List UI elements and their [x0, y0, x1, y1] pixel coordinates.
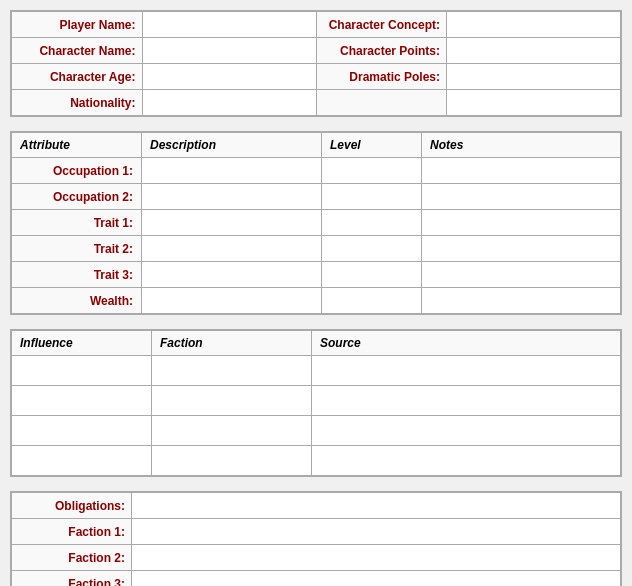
attr-table: Attribute Description Level Notes Occupa…: [11, 132, 621, 314]
attr-col-attribute: Attribute: [12, 133, 142, 158]
character-info-section: Player Name: Character Concept: Characte…: [10, 10, 622, 117]
influence1-source[interactable]: [312, 356, 621, 386]
influence4-source[interactable]: [312, 446, 621, 476]
player-name-value[interactable]: [142, 12, 316, 38]
faction1-row: Faction 1:: [12, 519, 621, 545]
influence1-influence[interactable]: [12, 356, 152, 386]
nationality-label: Nationality:: [12, 90, 143, 116]
info-empty-label: [316, 90, 447, 116]
attr-col-level: Level: [322, 133, 422, 158]
occupation1-label: Occupation 1:: [12, 158, 142, 184]
obligations-section: Obligations: Faction 1: Faction 2: Facti…: [10, 491, 622, 586]
trait3-label: Trait 3:: [12, 262, 142, 288]
character-concept-label: Character Concept:: [316, 12, 447, 38]
attr-row-occupation2: Occupation 2:: [12, 184, 621, 210]
influence4-influence[interactable]: [12, 446, 152, 476]
wealth-label: Wealth:: [12, 288, 142, 314]
trait3-desc[interactable]: [142, 262, 322, 288]
wealth-notes[interactable]: [422, 288, 621, 314]
obligations-label: Obligations:: [12, 493, 132, 519]
occupation1-desc[interactable]: [142, 158, 322, 184]
influence-row-4: [12, 446, 621, 476]
influence-section: Influence Faction Source: [10, 329, 622, 477]
faction3-row: Faction 3:: [12, 571, 621, 587]
attr-col-description: Description: [142, 133, 322, 158]
influence-col-influence: Influence: [12, 331, 152, 356]
info-row-4: Nationality:: [12, 90, 621, 116]
occupation2-desc[interactable]: [142, 184, 322, 210]
trait1-notes[interactable]: [422, 210, 621, 236]
player-name-label: Player Name:: [12, 12, 143, 38]
trait3-level[interactable]: [322, 262, 422, 288]
attr-header-row: Attribute Description Level Notes: [12, 133, 621, 158]
attr-col-notes: Notes: [422, 133, 621, 158]
influence-col-faction: Faction: [152, 331, 312, 356]
attr-row-trait3: Trait 3:: [12, 262, 621, 288]
influence-col-source: Source: [312, 331, 621, 356]
faction3-value[interactable]: [132, 571, 621, 587]
attr-row-occupation1: Occupation 1:: [12, 158, 621, 184]
faction1-label: Faction 1:: [12, 519, 132, 545]
nationality-value[interactable]: [142, 90, 316, 116]
influence1-faction[interactable]: [152, 356, 312, 386]
dramatic-poles-value[interactable]: [447, 64, 621, 90]
wealth-level[interactable]: [322, 288, 422, 314]
influence-header-row: Influence Faction Source: [12, 331, 621, 356]
info-row-3: Character Age: Dramatic Poles:: [12, 64, 621, 90]
influence2-influence[interactable]: [12, 386, 152, 416]
occupation2-notes[interactable]: [422, 184, 621, 210]
oblig-table: Obligations: Faction 1: Faction 2: Facti…: [11, 492, 621, 586]
info-row-1: Player Name: Character Concept:: [12, 12, 621, 38]
dramatic-poles-label: Dramatic Poles:: [316, 64, 447, 90]
info-row-2: Character Name: Character Points:: [12, 38, 621, 64]
attributes-section: Attribute Description Level Notes Occupa…: [10, 131, 622, 315]
occupation2-level[interactable]: [322, 184, 422, 210]
influence-row-3: [12, 416, 621, 446]
character-name-value[interactable]: [142, 38, 316, 64]
occupation1-level[interactable]: [322, 158, 422, 184]
info-empty-value: [447, 90, 621, 116]
character-age-value[interactable]: [142, 64, 316, 90]
attr-row-trait2: Trait 2:: [12, 236, 621, 262]
influence-table: Influence Faction Source: [11, 330, 621, 476]
influence-row-1: [12, 356, 621, 386]
info-table: Player Name: Character Concept: Characte…: [11, 11, 621, 116]
character-name-label: Character Name:: [12, 38, 143, 64]
faction2-label: Faction 2:: [12, 545, 132, 571]
influence3-faction[interactable]: [152, 416, 312, 446]
character-concept-value[interactable]: [447, 12, 621, 38]
character-points-label: Character Points:: [316, 38, 447, 64]
influence2-source[interactable]: [312, 386, 621, 416]
occupation2-label: Occupation 2:: [12, 184, 142, 210]
trait2-label: Trait 2:: [12, 236, 142, 262]
influence3-influence[interactable]: [12, 416, 152, 446]
trait1-desc[interactable]: [142, 210, 322, 236]
trait2-desc[interactable]: [142, 236, 322, 262]
trait1-level[interactable]: [322, 210, 422, 236]
attr-row-wealth: Wealth:: [12, 288, 621, 314]
influence-row-2: [12, 386, 621, 416]
faction2-row: Faction 2:: [12, 545, 621, 571]
trait2-level[interactable]: [322, 236, 422, 262]
obligations-row: Obligations:: [12, 493, 621, 519]
character-points-value[interactable]: [447, 38, 621, 64]
wealth-desc[interactable]: [142, 288, 322, 314]
trait3-notes[interactable]: [422, 262, 621, 288]
obligations-value[interactable]: [132, 493, 621, 519]
influence4-faction[interactable]: [152, 446, 312, 476]
attr-row-trait1: Trait 1:: [12, 210, 621, 236]
occupation1-notes[interactable]: [422, 158, 621, 184]
trait1-label: Trait 1:: [12, 210, 142, 236]
faction2-value[interactable]: [132, 545, 621, 571]
influence3-source[interactable]: [312, 416, 621, 446]
influence2-faction[interactable]: [152, 386, 312, 416]
character-age-label: Character Age:: [12, 64, 143, 90]
faction1-value[interactable]: [132, 519, 621, 545]
faction3-label: Faction 3:: [12, 571, 132, 587]
trait2-notes[interactable]: [422, 236, 621, 262]
